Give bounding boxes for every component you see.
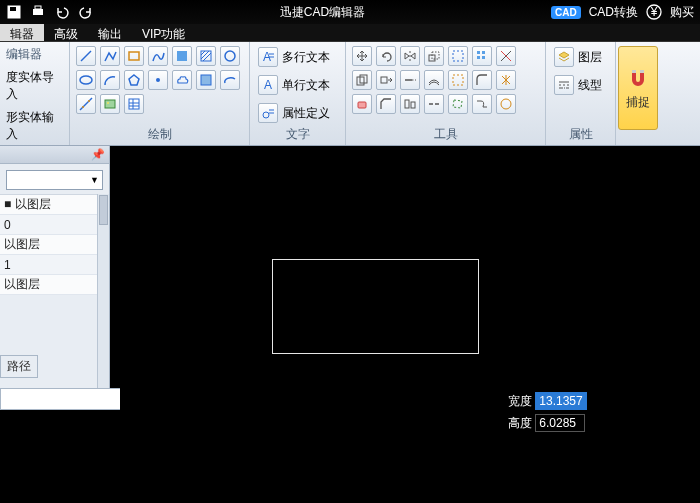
ribbon-group-draw: 绘制	[70, 42, 250, 145]
print-icon[interactable]	[30, 4, 46, 20]
stretch-icon[interactable]	[376, 70, 396, 90]
ribbon-group-text: A多行文本 A单行文本 属性定义 文字	[250, 42, 346, 145]
cloud-icon[interactable]	[172, 70, 192, 90]
menu-bar: 辑器 高级 输出 VIP功能	[0, 24, 700, 42]
move-icon[interactable]	[352, 46, 372, 66]
point-icon[interactable]	[148, 70, 168, 90]
buy-link[interactable]: 购买	[670, 4, 694, 21]
svg-point-57	[501, 99, 511, 109]
save-icon[interactable]	[6, 4, 22, 20]
fillet-icon[interactable]	[472, 70, 492, 90]
layer-icon	[554, 47, 574, 67]
ellipse-icon[interactable]	[76, 70, 96, 90]
svg-point-14	[80, 76, 92, 84]
table-row[interactable]: 0	[0, 215, 109, 235]
join-icon[interactable]	[472, 94, 492, 114]
array-icon[interactable]	[472, 46, 492, 66]
footer-tab[interactable]: 路径	[0, 355, 38, 378]
scrollbar-thumb[interactable]	[99, 195, 108, 225]
spline-icon[interactable]	[148, 46, 168, 66]
select-rect-icon[interactable]	[448, 46, 468, 66]
drawing-canvas[interactable]: 宽度 13.1357 高度 6.0285	[120, 146, 700, 503]
snap-button[interactable]: 捕捉	[618, 46, 658, 130]
block-icon[interactable]	[172, 46, 192, 66]
polygon-icon[interactable]	[124, 70, 144, 90]
footer-field[interactable]	[0, 388, 124, 410]
svg-rect-1	[10, 7, 16, 11]
region-icon[interactable]	[196, 70, 216, 90]
svg-rect-52	[405, 100, 409, 108]
break-icon[interactable]	[424, 94, 444, 114]
polyline-icon[interactable]	[100, 46, 120, 66]
ribbon: 编辑器 度实体导入 形实体输入 绘制	[0, 42, 700, 146]
svg-marker-34	[405, 53, 409, 59]
currency-icon[interactable]: ¥	[646, 4, 662, 20]
svg-point-16	[156, 78, 160, 82]
svg-rect-8	[177, 51, 187, 61]
menu-output[interactable]: 输出	[88, 24, 132, 41]
attr-def-button[interactable]: 属性定义	[256, 102, 332, 124]
cad-convert-link[interactable]: CAD转换	[589, 4, 638, 21]
scale-icon[interactable]	[424, 46, 444, 66]
linetype-icon	[554, 75, 574, 95]
menu-editor[interactable]: 辑器	[0, 24, 44, 41]
ribbon-tools-title: 工具	[352, 124, 539, 143]
chamfer-icon[interactable]	[376, 94, 396, 114]
ribbon-group-prop: 图层 线型 属性	[546, 42, 616, 145]
extend-icon[interactable]	[400, 70, 420, 90]
explode-icon[interactable]	[496, 70, 516, 90]
erase-icon[interactable]	[352, 94, 372, 114]
menu-vip[interactable]: VIP功能	[132, 24, 195, 41]
mirror-icon[interactable]	[400, 46, 420, 66]
circle-icon[interactable]	[220, 46, 240, 66]
chevron-down-icon: ▼	[90, 175, 99, 185]
menu-advanced[interactable]: 高级	[44, 24, 88, 41]
line-icon[interactable]	[76, 46, 96, 66]
table-row[interactable]: 1	[0, 255, 109, 275]
height-label: 高度	[508, 416, 532, 430]
copy-icon[interactable]	[352, 70, 372, 90]
table-icon[interactable]	[124, 94, 144, 114]
svg-line-18	[80, 98, 92, 110]
multiline-text-button[interactable]: A多行文本	[256, 46, 332, 68]
singleline-text-button[interactable]: A单行文本	[256, 74, 332, 96]
svg-rect-17	[201, 75, 211, 85]
image-icon[interactable]	[100, 94, 120, 114]
drawn-rectangle[interactable]	[272, 259, 479, 354]
width-value-input[interactable]: 13.1357	[535, 392, 586, 410]
tool-21-icon[interactable]	[496, 94, 516, 114]
trim-icon[interactable]	[496, 46, 516, 66]
ellipse-arc-icon[interactable]	[220, 70, 240, 90]
undo-icon[interactable]	[54, 4, 70, 20]
panel-header: 📌	[0, 146, 109, 164]
table-row[interactable]: ■ 以图层	[0, 195, 109, 215]
ribbon-import-entity[interactable]: 度实体导入	[6, 69, 63, 103]
ribbon-shape-input[interactable]: 形实体输入	[6, 109, 63, 143]
arc-icon[interactable]	[100, 70, 120, 90]
select-poly-icon[interactable]	[448, 94, 468, 114]
svg-line-6	[81, 51, 91, 61]
table-row[interactable]: 以图层	[0, 275, 109, 295]
panel-combo[interactable]: ▼	[6, 170, 103, 190]
linetype-button[interactable]: 线型	[552, 74, 604, 96]
rotate-icon[interactable]	[376, 46, 396, 66]
height-value-input[interactable]: 6.0285	[535, 414, 585, 432]
svg-point-31	[263, 112, 269, 118]
offset-icon[interactable]	[424, 70, 444, 90]
align-icon[interactable]	[400, 94, 420, 114]
select-lasso-icon[interactable]	[448, 70, 468, 90]
xline-icon[interactable]	[76, 94, 96, 114]
layer-button[interactable]: 图层	[552, 46, 604, 68]
width-label: 宽度	[508, 394, 532, 408]
pin-icon[interactable]: 📌	[91, 148, 105, 161]
svg-rect-23	[129, 99, 139, 109]
svg-rect-50	[453, 75, 463, 85]
svg-rect-42	[482, 56, 485, 59]
rectangle-icon[interactable]	[124, 46, 144, 66]
redo-icon[interactable]	[78, 4, 94, 20]
table-row[interactable]: 以图层	[0, 235, 109, 255]
title-bar: 迅捷CAD编辑器 CAD CAD转换 ¥ 购买	[0, 0, 700, 24]
hatch-icon[interactable]	[196, 46, 216, 66]
svg-point-13	[225, 51, 235, 61]
svg-rect-21	[105, 100, 115, 108]
